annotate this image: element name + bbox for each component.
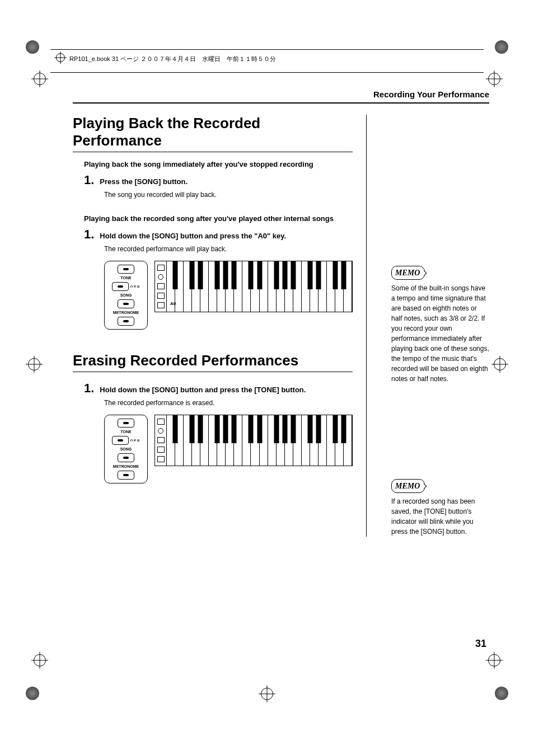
step-body: The recorded performance will play back. — [104, 245, 353, 253]
label-song: SONG — [120, 293, 132, 297]
memo-badge-icon: MEMO — [391, 266, 425, 280]
header-filename: RP101_e.book 31 ページ ２００７年４月４日 水曜日 午前１１時５… — [69, 55, 276, 63]
reg-mark-tr — [488, 73, 500, 85]
heading-erase: Erasing Recorded Performances — [73, 352, 353, 372]
label-metronome: METRONOME — [113, 311, 139, 314]
label-rec: REC — [130, 439, 140, 442]
song-button-icon — [112, 282, 129, 291]
step-instruction: Hold down the [SONG] button and press th… — [100, 232, 286, 240]
top-rule — [73, 102, 489, 105]
keyboard-side-strip — [155, 261, 167, 312]
memo-badge-icon: MEMO — [391, 479, 425, 493]
memo-1-text: Some of the built-in songs have a tempo … — [391, 283, 489, 384]
crop-corner-br — [495, 687, 508, 700]
metronome-button-icon — [118, 299, 134, 308]
page-number: 31 — [475, 638, 486, 650]
crop-corner-bl — [26, 687, 39, 700]
crop-corner-tl — [26, 40, 39, 54]
keyboard-icon — [154, 261, 353, 312]
breadcrumb: Recording Your Performance — [73, 90, 489, 102]
reg-mark-tl — [34, 73, 46, 85]
step-body: The recorded performance is erased. — [104, 399, 353, 407]
tone-button-icon — [118, 419, 134, 428]
subheading-playback-1: Playing back the song immediately after … — [84, 160, 353, 168]
step-number: 1. — [84, 227, 94, 242]
step-instruction: Hold down the [SONG] button and press th… — [100, 386, 306, 394]
label-tone: TONE — [120, 276, 131, 280]
label-song: SONG — [120, 447, 132, 451]
keyboard-diagram-erase: TONE REC SONG METRONOME — [104, 415, 353, 483]
heading-playback: Playing Back the Recorded Performance — [73, 115, 353, 152]
subheading-playback-2: Playing back the recorded song after you… — [84, 214, 353, 223]
reg-mark-bc — [261, 688, 273, 700]
reg-mark-right — [494, 358, 506, 370]
step-number: 1. — [84, 173, 94, 187]
reg-mark-br — [488, 654, 500, 666]
step-body: The song you recorded will play back. — [104, 191, 353, 199]
tone-button-icon — [118, 265, 134, 274]
reg-mark-bl — [34, 654, 46, 666]
step-number: 1. — [84, 381, 94, 396]
header-reg-mark — [56, 53, 65, 62]
keyboard-icon — [154, 415, 353, 466]
keyboard-side-strip — [155, 415, 167, 466]
label-metronome: METRONOME — [113, 464, 139, 468]
metronome-button-icon — [118, 453, 134, 462]
memo-2-text: If a recorded song has been saved, the [… — [391, 496, 489, 537]
extra-button-icon — [118, 471, 134, 480]
sidebar: MEMO Some of the built-in songs have a t… — [366, 115, 489, 537]
song-button-icon — [112, 436, 129, 445]
step-instruction: Press the [SONG] button. — [100, 177, 188, 186]
reg-mark-left — [28, 358, 40, 370]
keyboard-diagram-a0: TONE REC SONG METRONOME — [104, 261, 353, 330]
button-panel: TONE REC SONG METRONOME — [104, 415, 148, 483]
label-rec: REC — [130, 285, 140, 288]
extra-button-icon — [118, 317, 134, 326]
label-a0: A0 — [170, 301, 176, 306]
button-panel: TONE REC SONG METRONOME — [104, 261, 148, 330]
label-tone: TONE — [120, 430, 131, 434]
crop-corner-tr — [495, 40, 508, 54]
